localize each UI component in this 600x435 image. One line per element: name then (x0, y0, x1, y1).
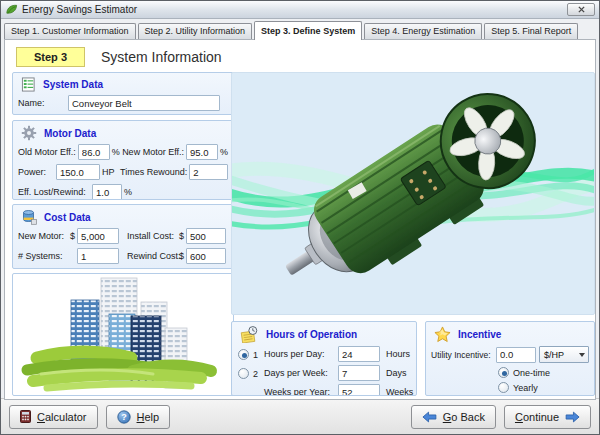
hours-of-operation-title: Hours of Operation (266, 329, 357, 340)
times-rewound-input[interactable] (189, 164, 228, 180)
weeks-per-year-input[interactable] (338, 384, 380, 396)
old-motor-eff-input[interactable] (78, 144, 110, 160)
num-systems-label: # Systems: (18, 251, 68, 261)
help-button-label: Help (137, 411, 160, 423)
tab-step3-define-system[interactable]: Step 3. Define System (254, 21, 362, 40)
incentive-unit-select[interactable]: $/HP (539, 346, 589, 363)
weeks-per-year-unit: Weeks (386, 387, 413, 396)
new-motor-eff-input[interactable] (186, 144, 218, 160)
days-per-week-input[interactable] (338, 365, 380, 381)
shift-2-radio[interactable] (238, 368, 249, 379)
tab-step4-energy-estimation[interactable]: Step 4. Energy Estimation (364, 23, 482, 39)
system-name-input[interactable] (68, 95, 220, 111)
page-header: Step 3 System Information (16, 47, 222, 67)
hours-of-operation-panel: Hours of Operation 1 2 Hours per Day: (231, 321, 417, 396)
go-back-button[interactable]: Go Back (411, 405, 496, 429)
name-label: Name: (18, 98, 66, 108)
continue-button[interactable]: Continue (504, 405, 591, 429)
new-motor-eff-unit: % (220, 147, 228, 157)
cost-data-title: Cost Data (44, 212, 91, 223)
footer-bar: Calculator ? Help Go Back Continue (1, 398, 599, 434)
calculator-button[interactable]: Calculator (9, 405, 98, 429)
yearly-radio[interactable] (498, 382, 509, 393)
motor-data-panel: Motor Data Old Motor Eff.: % New Motor E… (12, 120, 234, 200)
utility-incentive-label: Utility Incentive: (431, 350, 493, 360)
rewind-cost-label: Rewind Cost: (127, 251, 177, 261)
install-cost-input[interactable] (186, 228, 226, 244)
svg-text:?: ? (121, 412, 127, 422)
help-button[interactable]: ? Help (106, 405, 171, 429)
window-title: Energy Savings Estimator (22, 4, 137, 15)
document-icon (21, 77, 36, 92)
calculator-button-label: Calculator (37, 411, 87, 423)
arrow-right-icon (565, 411, 580, 423)
calculator-icon (20, 410, 31, 423)
days-per-week-label: Days per Week: (264, 368, 336, 378)
titlebar: Energy Savings Estimator (1, 1, 599, 19)
tab-step5-final-report[interactable]: Step 5. Final Report (484, 23, 578, 39)
new-motor-eff-label: New Motor Eff.: (122, 147, 184, 157)
times-rewound-label: Times Rewound: (120, 167, 187, 177)
city-illustration-panel (12, 273, 234, 396)
hours-per-day-label: Hours per Day: (264, 349, 336, 359)
eff-lost-input[interactable] (92, 184, 122, 200)
motor-data-title: Motor Data (44, 128, 96, 139)
gear-icon (21, 125, 37, 141)
star-icon (434, 326, 451, 343)
city-illustration (13, 274, 233, 395)
go-back-button-label: Go Back (443, 411, 485, 423)
app-leaf-icon (5, 3, 18, 16)
days-per-week-unit: Days (386, 368, 407, 378)
eff-lost-unit: % (124, 187, 132, 197)
new-motor-cost-label: New Motor: (18, 231, 68, 241)
shift-1-label: 1 (253, 350, 258, 360)
arrow-left-icon (422, 411, 437, 423)
schedule-clock-icon (240, 326, 259, 343)
new-motor-currency: $ (70, 231, 75, 241)
incentive-panel: Incentive Utility Incentive: $/HP One-ti… (425, 321, 595, 396)
help-icon: ? (117, 410, 131, 424)
continue-button-label: Continue (515, 411, 559, 423)
hours-per-day-input[interactable] (338, 346, 380, 362)
power-input[interactable] (56, 164, 100, 180)
tab-page-define-system: Step 3 System Information System Data Na… (4, 39, 596, 400)
chevron-down-icon (579, 353, 585, 357)
tab-strip: Step 1. Customer Information Step 2. Uti… (1, 19, 599, 39)
new-motor-cost-input[interactable] (77, 228, 119, 244)
power-label: Power: (18, 167, 54, 177)
old-motor-eff-unit: % (112, 147, 120, 157)
shift-1-radio[interactable] (238, 349, 249, 360)
one-time-label: One-time (513, 368, 550, 378)
cost-data-panel: Cost Data New Motor: $ Install Cost: $ #… (12, 204, 234, 269)
incentive-unit-value: $/HP (544, 350, 564, 360)
hours-per-day-unit: Hours (386, 349, 410, 359)
install-currency: $ (179, 231, 184, 241)
app-window: Energy Savings Estimator Step 1. Custome… (0, 0, 600, 435)
motor-illustration (232, 73, 594, 314)
weeks-per-year-label: Weeks per Year: (264, 387, 336, 396)
power-unit: HP (102, 167, 118, 177)
rewind-cost-input[interactable] (186, 248, 226, 264)
system-data-title: System Data (43, 79, 103, 90)
motor-illustration-area (231, 72, 595, 315)
close-button[interactable] (567, 3, 595, 16)
num-systems-input[interactable] (77, 248, 119, 264)
utility-incentive-input[interactable] (496, 347, 536, 363)
close-icon (578, 6, 585, 13)
tab-step2-utility-information[interactable]: Step 2. Utility Information (138, 23, 253, 39)
old-motor-eff-label: Old Motor Eff.: (18, 147, 76, 157)
one-time-radio[interactable] (498, 367, 509, 378)
install-cost-label: Install Cost: (127, 231, 177, 241)
shift-2-label: 2 (253, 369, 258, 379)
incentive-title: Incentive (458, 329, 501, 340)
page-title: System Information (101, 49, 222, 65)
system-data-panel: System Data Name: (12, 72, 234, 115)
step-badge: Step 3 (16, 47, 85, 67)
yearly-label: Yearly (513, 383, 538, 393)
eff-lost-label: Eff. Lost/Rewind: (18, 187, 90, 197)
tab-step1-customer-information[interactable]: Step 1. Customer Information (4, 23, 136, 39)
database-icon (21, 209, 37, 225)
rewind-currency: $ (179, 251, 184, 261)
